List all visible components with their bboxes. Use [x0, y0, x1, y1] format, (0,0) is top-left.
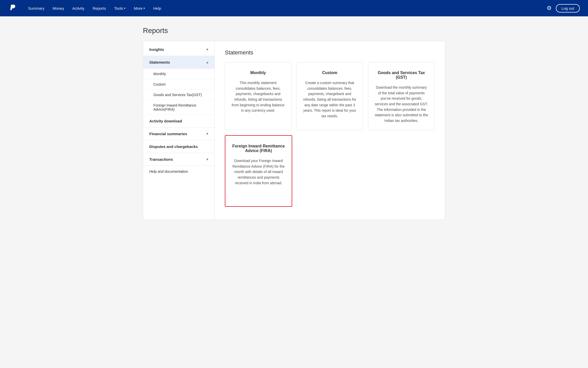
reports-layout: Insights ▾ Statements ▴ Monthly Custom G… — [143, 41, 445, 220]
sidebar-sub-monthly[interactable]: Monthly — [143, 69, 214, 79]
card-gst[interactable]: Goods and Services Tax (GST) Download th… — [368, 62, 435, 130]
card-gst-desc: Download the monthly summary of the tota… — [374, 85, 428, 124]
transactions-chevron-icon: ▾ — [206, 157, 208, 161]
nav-summary[interactable]: Summary — [24, 4, 48, 13]
card-custom-desc: Create a custom summary that consolidate… — [303, 80, 357, 119]
sidebar-item-insights[interactable]: Insights ▾ — [143, 43, 214, 56]
more-chevron-icon: ▾ — [143, 7, 145, 10]
nav-tools[interactable]: Tools ▾ — [111, 4, 129, 13]
sidebar-item-transactions[interactable]: Transactions ▾ — [143, 153, 214, 166]
logout-button[interactable]: Log out — [556, 4, 580, 13]
card-fira-desc: Download your Foreign Inward Remittance … — [231, 158, 286, 186]
sidebar: Insights ▾ Statements ▴ Monthly Custom G… — [143, 41, 215, 220]
nav-more[interactable]: More ▾ — [130, 4, 149, 13]
card-fira-title: Foreign Inward Remittance Advice (FIRA) — [231, 144, 286, 153]
card-monthly[interactable]: Monthly This monthly statement consolida… — [225, 62, 291, 130]
statements-chevron-icon: ▴ — [206, 60, 208, 64]
main-content: Statements Monthly This monthly statemen… — [215, 41, 445, 220]
sidebar-sub-gst[interactable]: Goods and Services Tax(GST) — [143, 90, 214, 100]
page-title: Reports — [143, 27, 445, 35]
sidebar-insights-label: Insights — [149, 47, 164, 52]
sidebar-help[interactable]: Help and documentation — [143, 166, 214, 177]
cards-grid: Monthly This monthly statement consolida… — [225, 62, 435, 130]
sidebar-item-financial-summaries[interactable]: Financial summaries ▾ — [143, 128, 214, 140]
card-gst-title: Goods and Services Tax (GST) — [374, 71, 428, 80]
settings-button[interactable]: ⚙ — [547, 5, 552, 12]
navbar-right: ⚙ Log out — [547, 4, 580, 13]
card-fira[interactable]: Foreign Inward Remittance Advice (FIRA) … — [225, 135, 292, 207]
gear-icon: ⚙ — [547, 5, 552, 12]
sidebar-transactions-label: Transactions — [149, 157, 173, 162]
navbar-links: Summary Money Activity Reports Tools ▾ M… — [24, 4, 547, 13]
insights-chevron-icon: ▾ — [206, 48, 208, 51]
card-custom[interactable]: Custom Create a custom summary that cons… — [297, 62, 363, 130]
paypal-logo[interactable] — [8, 4, 17, 13]
section-title: Statements — [225, 49, 435, 56]
sidebar-item-disputes[interactable]: Disputes and chargebacks — [143, 140, 214, 153]
sidebar-sub-custom[interactable]: Custom — [143, 79, 214, 90]
card-custom-title: Custom — [303, 71, 357, 75]
financial-chevron-icon: ▾ — [206, 132, 208, 136]
nav-activity[interactable]: Activity — [69, 4, 88, 13]
sidebar-item-statements[interactable]: Statements ▴ — [143, 56, 214, 69]
card-monthly-desc: This monthly statement consolidates bala… — [231, 80, 285, 113]
sidebar-activity-label: Activity download — [149, 119, 182, 123]
sidebar-financial-label: Financial summaries — [149, 132, 187, 136]
nav-money[interactable]: Money — [49, 4, 68, 13]
page-container: Reports Insights ▾ Statements ▴ Monthly … — [131, 16, 457, 230]
nav-help[interactable]: Help — [150, 4, 165, 13]
tools-chevron-icon: ▾ — [124, 7, 126, 10]
nav-reports[interactable]: Reports — [89, 4, 110, 13]
sidebar-sub-fira[interactable]: Foreign Inward Remittance Advice(FIRA) — [143, 100, 214, 115]
card-monthly-title: Monthly — [231, 71, 285, 75]
sidebar-disputes-label: Disputes and chargebacks — [149, 144, 198, 149]
bottom-row: Foreign Inward Remittance Advice (FIRA) … — [225, 135, 435, 207]
navbar: Summary Money Activity Reports Tools ▾ M… — [0, 0, 588, 16]
sidebar-statements-label: Statements — [149, 60, 170, 64]
sidebar-item-activity-download[interactable]: Activity download — [143, 115, 214, 128]
